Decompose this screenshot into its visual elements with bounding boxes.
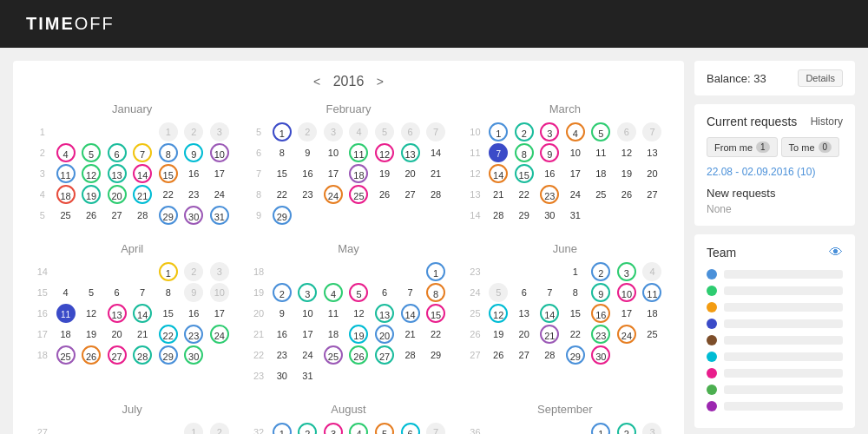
next-year-button[interactable]: > [377,75,384,89]
eye-icon[interactable]: 👁 [829,245,843,260]
requests-card: Current requests History From me 1 To me… [694,104,855,226]
request-link[interactable]: 22.08 - 02.09.2016 (10) [707,166,843,178]
member-color-dot [707,269,717,279]
month-january: January 1 1 2 3 2 4 5 6 7 8 9 [30,102,233,225]
member-name [724,336,843,345]
top-bar: TIMEOFF [0,0,868,48]
member-name [724,402,843,411]
month-september: September 36 1 2 3 37 4 5 6 7 8 9 [464,403,667,434]
month-april: April 14 1 2 3 15 4 5 6 7 8 9 [30,242,233,385]
list-item [707,319,843,329]
member-name [724,352,843,361]
to-me-label: To me [789,142,815,153]
team-card: Team 👁 [694,234,855,428]
list-item [707,352,843,362]
member-color-dot [707,352,717,362]
from-me-badge: 1 [756,141,770,153]
month-name-february: February [247,102,450,115]
list-item [707,335,843,345]
member-color-dot [707,319,717,329]
month-name-july: July [30,403,233,416]
member-name [724,319,843,328]
to-me-tab[interactable]: To me 0 [781,137,840,157]
team-title: Team [707,246,736,260]
details-button[interactable]: Details [798,69,843,87]
list-item [707,401,843,411]
history-button[interactable]: History [811,115,843,128]
logo-off: OFF [75,14,115,33]
member-name [724,385,843,394]
balance-label: Balance: 33 [707,72,766,85]
from-me-tab[interactable]: From me 1 [707,137,778,157]
member-name [724,286,843,295]
list-item [707,286,843,296]
year-nav: < 2016 > [30,74,667,89]
month-name-june: June [464,242,667,255]
list-item [707,385,843,395]
month-august: August 32 1 2 3 4 5 6 7 33 8 9 10 11 12 [247,403,450,434]
month-name-april: April [30,242,233,255]
sidebar: Balance: 33 Details Current requests His… [694,61,855,434]
month-march: March 10 1 2 3 4 5 6 7 11 7 8 9 10 11 12 [464,102,667,225]
logo: TIMEOFF [26,14,115,34]
balance-card: Balance: 33 Details [694,61,855,95]
current-year: 2016 [333,74,365,89]
month-july: July 27 1 2 28 3 4 5 6 7 8 [30,403,233,434]
months-grid: January 1 1 2 3 2 4 5 6 7 8 9 [30,102,667,434]
to-me-badge: 0 [819,141,832,153]
month-february: February 5 1 2 3 4 5 6 7 6 8 9 10 11 12 [247,102,450,225]
month-may: May 18 1 19 2 3 4 5 6 7 [247,242,450,385]
calendar-panel: < 2016 > January 1 1 2 3 2 4 5 [13,61,684,434]
member-name [724,303,843,312]
member-color-dot [707,385,717,395]
month-name-may: May [247,242,450,255]
member-color-dot [707,286,717,296]
list-item [707,269,843,279]
member-color-dot [707,335,717,345]
member-color-dot [707,368,717,378]
member-color-dot [707,401,717,411]
no-requests-text: None [707,203,843,215]
requests-header: Current requests History [707,115,843,128]
month-name-september: September [464,403,667,416]
list-item [707,302,843,312]
prev-year-button[interactable]: < [313,75,320,89]
team-header: Team 👁 [707,245,843,260]
member-name [724,270,843,279]
request-tabs: From me 1 To me 0 [707,137,843,157]
list-item [707,368,843,378]
new-requests-title: New requests [707,187,843,200]
requests-title: Current requests [707,115,797,128]
member-color-dot [707,302,717,312]
month-name-january: January [30,102,233,115]
member-name [724,369,843,378]
month-june: June 23 1 2 3 4 24 5 6 7 8 9 10 [464,242,667,385]
month-name-march: March [464,102,667,115]
from-me-label: From me [714,142,753,153]
month-name-august: August [247,403,450,416]
logo-time: TIME [26,14,75,33]
